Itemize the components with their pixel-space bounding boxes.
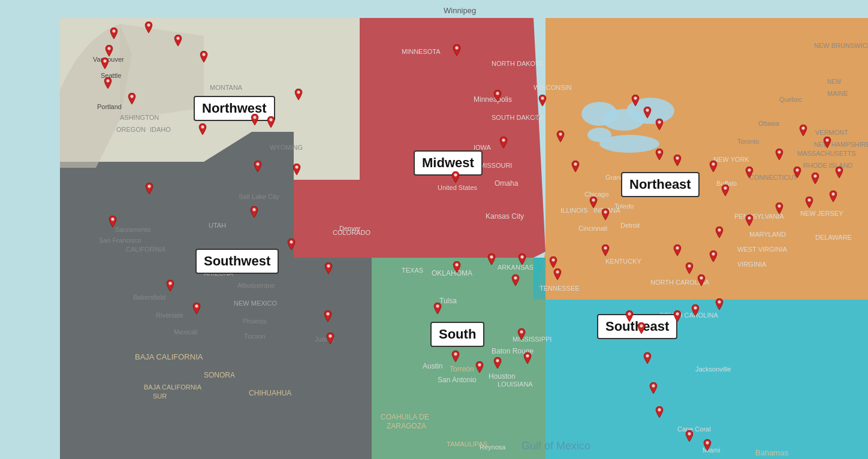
- map-pin: [654, 119, 665, 132]
- svg-text:Winnipeg: Winnipeg: [444, 6, 476, 15]
- svg-point-174: [777, 204, 780, 207]
- svg-point-134: [436, 304, 439, 307]
- map-pin: [548, 256, 559, 270]
- svg-point-11: [599, 135, 659, 153]
- svg-text:Phoenix: Phoenix: [243, 318, 267, 325]
- svg-point-106: [112, 29, 115, 32]
- svg-point-147: [574, 162, 577, 165]
- svg-text:Tucson: Tucson: [244, 333, 266, 340]
- northwest-label: Northwest: [194, 96, 275, 121]
- map-pin: [642, 352, 653, 366]
- svg-point-169: [795, 168, 798, 171]
- map-pin: [672, 244, 683, 258]
- svg-point-176: [718, 228, 721, 231]
- svg-point-148: [592, 198, 595, 201]
- map-pin: [684, 262, 695, 276]
- map-pin: [630, 95, 641, 108]
- svg-point-156: [688, 432, 691, 435]
- svg-point-129: [455, 46, 458, 49]
- svg-point-130: [496, 92, 499, 95]
- map-pin: [792, 167, 803, 180]
- svg-text:NEW BRUNSWICK: NEW BRUNSWICK: [814, 42, 868, 49]
- svg-point-109: [107, 47, 110, 50]
- svg-point-175: [748, 216, 751, 219]
- map-pin: [624, 310, 635, 324]
- map-pin: [126, 93, 137, 106]
- svg-text:BAJA CALIFORNIA: BAJA CALIFORNIA: [144, 383, 202, 391]
- map-pin: [323, 310, 333, 324]
- svg-text:Quebec: Quebec: [779, 96, 803, 103]
- svg-text:Riverside: Riverside: [156, 312, 183, 319]
- svg-text:Cincinnati: Cincinnati: [578, 225, 607, 232]
- svg-point-146: [559, 132, 562, 135]
- svg-text:NEW MEXICO: NEW MEXICO: [234, 300, 278, 307]
- map-pin: [696, 274, 707, 288]
- map-pin: [104, 45, 114, 58]
- svg-point-167: [801, 126, 804, 129]
- map-pin: [291, 164, 302, 177]
- map-pin: [144, 183, 155, 196]
- svg-text:UTAH: UTAH: [209, 222, 226, 229]
- svg-point-170: [813, 174, 816, 177]
- map-pin: [252, 161, 263, 174]
- map-pin: [570, 161, 581, 174]
- svg-point-116: [201, 125, 204, 128]
- svg-point-149: [604, 210, 607, 213]
- svg-text:OREGON: OREGON: [116, 126, 146, 133]
- svg-point-128: [328, 334, 331, 337]
- map-pin: [822, 137, 833, 150]
- svg-point-132: [454, 173, 457, 176]
- svg-text:MASSACHUSETTS: MASSACHUSETTS: [797, 150, 856, 157]
- map-pin: [432, 303, 443, 316]
- svg-point-144: [556, 270, 559, 273]
- svg-point-183: [676, 312, 679, 315]
- map-pin: [642, 107, 653, 120]
- svg-text:TEXAS: TEXAS: [402, 267, 423, 274]
- map-pin: [552, 268, 563, 282]
- map-pin: [510, 274, 521, 288]
- svg-point-180: [700, 276, 703, 279]
- svg-text:BAJA CALIFORNIA: BAJA CALIFORNIA: [135, 352, 203, 361]
- svg-text:United States: United States: [438, 184, 478, 191]
- map-pin: [708, 161, 719, 174]
- svg-point-122: [252, 208, 255, 211]
- svg-point-133: [455, 263, 458, 266]
- svg-marker-6: [534, 18, 868, 300]
- svg-point-171: [837, 168, 840, 171]
- map-pin: [714, 298, 725, 312]
- svg-point-177: [712, 252, 715, 255]
- map-pin: [191, 303, 202, 316]
- svg-text:ILLINOIS: ILLINOIS: [560, 207, 587, 214]
- svg-text:NORTH DAKOTA: NORTH DAKOTA: [492, 60, 544, 67]
- map-pin: [714, 227, 725, 240]
- svg-point-141: [520, 330, 523, 333]
- svg-point-142: [526, 354, 529, 357]
- svg-point-110: [103, 59, 106, 62]
- south-label: South: [430, 322, 484, 347]
- svg-text:DELAWARE: DELAWARE: [815, 234, 852, 241]
- map-pin: [286, 238, 297, 252]
- svg-text:TENNESSEE: TENNESSEE: [540, 285, 580, 292]
- map-pin: [684, 430, 695, 443]
- southwest-label: Southwest: [195, 249, 279, 274]
- svg-point-121: [111, 218, 114, 221]
- map-pin: [325, 333, 336, 346]
- svg-text:WISCONSIN: WISCONSIN: [534, 84, 572, 91]
- svg-text:Austin: Austin: [423, 362, 442, 370]
- svg-text:Torreón: Torreón: [450, 365, 474, 373]
- map-pin: [702, 439, 713, 452]
- svg-point-159: [646, 108, 649, 111]
- map-pin: [804, 197, 815, 210]
- map-pin: [522, 352, 533, 366]
- svg-point-119: [256, 162, 259, 165]
- svg-point-162: [676, 156, 679, 159]
- map-pin: [774, 203, 785, 216]
- svg-point-160: [658, 120, 661, 123]
- svg-text:Ottawa: Ottawa: [758, 120, 780, 127]
- map-pin: [798, 125, 809, 138]
- svg-point-135: [454, 352, 457, 355]
- svg-point-138: [490, 255, 493, 258]
- svg-point-178: [676, 246, 679, 249]
- svg-point-120: [147, 185, 150, 188]
- svg-point-152: [640, 324, 643, 327]
